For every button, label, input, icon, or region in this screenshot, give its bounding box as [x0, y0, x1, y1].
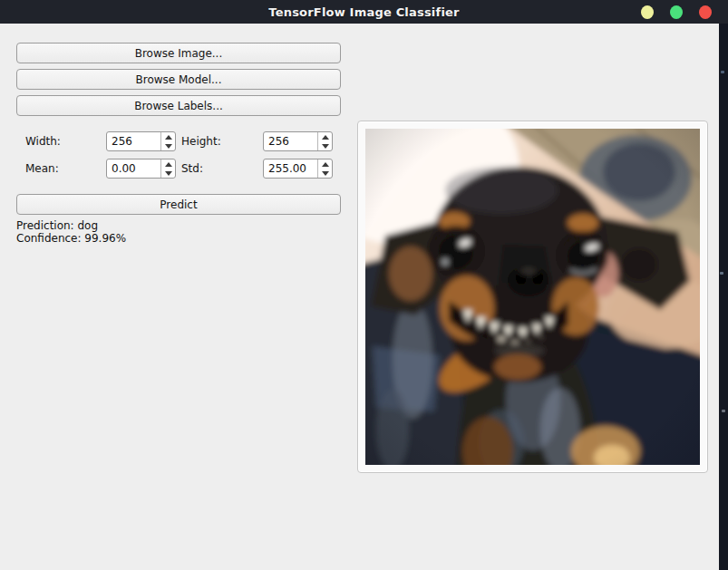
confidence-text: Confidence: 99.96% — [16, 232, 126, 245]
classified-image — [365, 129, 700, 465]
spin-up-icon — [322, 162, 329, 167]
mean-spinbox — [106, 159, 176, 179]
desktop-artifact — [720, 272, 723, 275]
std-input[interactable] — [264, 159, 317, 178]
mean-spin-down-button[interactable] — [161, 169, 175, 178]
std-label: Std: — [181, 162, 203, 175]
minimize-button[interactable] — [641, 5, 654, 19]
width-label: Width: — [25, 135, 61, 148]
std-spin-down-button[interactable] — [318, 169, 332, 178]
browse-model-button[interactable]: Browse Model... — [16, 69, 341, 90]
spin-up-icon — [322, 135, 329, 140]
std-spinbox — [263, 159, 333, 179]
mean-spin-arrows — [160, 159, 175, 178]
width-spin-arrows — [160, 132, 175, 150]
spin-up-icon — [165, 162, 172, 167]
window-title: TensorFlow Image Classifier — [268, 5, 459, 19]
height-spin-up-button[interactable] — [318, 132, 332, 141]
desktop-artifact — [722, 410, 725, 412]
spin-down-icon — [165, 171, 172, 176]
app-window: { "window": { "title": "TensorFlow Image… — [0, 0, 728, 570]
height-spinbox — [263, 131, 333, 151]
browse-image-button[interactable]: Browse Image... — [16, 43, 341, 63]
browse-labels-button[interactable]: Browse Labels... — [16, 95, 341, 116]
predict-button[interactable]: Predict — [16, 194, 341, 215]
height-spin-arrows — [317, 132, 332, 150]
width-spinbox — [106, 131, 176, 151]
mean-label: Mean: — [25, 162, 59, 175]
height-spin-down-button[interactable] — [318, 141, 332, 150]
std-spin-arrows — [317, 159, 332, 178]
maximize-button[interactable] — [670, 5, 683, 19]
image-frame — [357, 121, 708, 473]
width-spin-up-button[interactable] — [161, 132, 175, 141]
width-input[interactable] — [107, 132, 160, 150]
height-input[interactable] — [264, 132, 317, 150]
titlebar: TensorFlow Image Classifier — [0, 0, 728, 24]
height-label: Height: — [181, 135, 221, 148]
mean-input[interactable] — [107, 159, 160, 178]
spin-up-icon — [165, 135, 172, 140]
window-controls — [641, 0, 712, 24]
mean-spin-up-button[interactable] — [161, 159, 175, 169]
desktop-background-strip — [719, 0, 728, 570]
close-button[interactable] — [699, 5, 712, 19]
prediction-text: Prediction: dog — [16, 219, 98, 232]
desktop-artifact — [721, 71, 724, 73]
spin-down-icon — [165, 144, 172, 149]
std-spin-up-button[interactable] — [318, 159, 332, 169]
spin-down-icon — [322, 144, 329, 149]
spin-down-icon — [322, 171, 329, 176]
width-spin-down-button[interactable] — [161, 141, 175, 150]
